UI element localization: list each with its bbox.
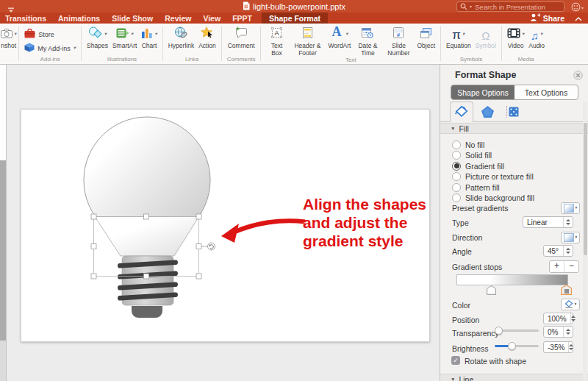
tab-slide-show[interactable]: Slide Show bbox=[110, 13, 155, 24]
add-stop-button[interactable]: + bbox=[550, 261, 564, 272]
radio-picture-texture-fill[interactable]: Picture or texture fill bbox=[452, 171, 534, 182]
radio-no-fill[interactable]: No fill bbox=[452, 140, 484, 150]
stepper-icon[interactable] bbox=[563, 327, 573, 337]
tab-fill-line[interactable] bbox=[450, 102, 473, 122]
fill-section-header[interactable]: ▼ Fill bbox=[440, 123, 588, 134]
title-bar: light-bulb-powerpoint.pptx ▾ ▾ bbox=[0, 0, 588, 13]
preset-gradients-label: Preset gradients bbox=[452, 203, 508, 213]
date-time-icon bbox=[362, 27, 373, 41]
stepper-icon[interactable] bbox=[563, 246, 573, 256]
tab-fppt[interactable]: FPPT bbox=[230, 13, 254, 24]
shape-options-tab[interactable]: Shape Options bbox=[451, 85, 514, 99]
chevron-down-icon: ▾ bbox=[522, 32, 524, 37]
size-layout-icon bbox=[506, 106, 520, 119]
type-dropdown[interactable]: Linear bbox=[523, 216, 573, 228]
shapes-button[interactable]: ▾ Shapes bbox=[87, 26, 108, 50]
tab-review[interactable]: Review bbox=[162, 13, 193, 24]
preset-gradients-dropdown[interactable]: ▾ bbox=[561, 202, 580, 214]
comment-icon bbox=[234, 26, 248, 41]
search-scope-caret-icon: ▾ bbox=[470, 4, 472, 9]
search-box[interactable]: ▾ bbox=[456, 1, 564, 12]
tab-size-properties[interactable] bbox=[501, 102, 524, 122]
stepper-icon[interactable] bbox=[570, 313, 576, 324]
my-addins-icon bbox=[24, 43, 35, 54]
close-icon[interactable] bbox=[573, 71, 583, 82]
direction-dropdown[interactable]: ▾ bbox=[561, 232, 580, 243]
tab-effects[interactable] bbox=[476, 102, 499, 122]
bulb-neck-trapezoid[interactable] bbox=[95, 217, 199, 257]
group-label-links: Links bbox=[185, 56, 199, 63]
collapse-ribbon-icon[interactable] bbox=[575, 14, 582, 23]
chevron-down-icon: ▾ bbox=[131, 32, 133, 37]
bulb-contact-cap[interactable] bbox=[132, 306, 162, 318]
position-label: Position bbox=[452, 315, 479, 325]
rotation-handle[interactable] bbox=[201, 243, 215, 250]
equation-button[interactable]: π▾ Equation bbox=[446, 26, 471, 50]
chevron-down-icon: ▾ bbox=[462, 32, 465, 37]
smartart-button[interactable]: ▾ SmartArt bbox=[112, 26, 137, 50]
gradient-stop-handle[interactable] bbox=[487, 285, 496, 295]
gradient-stops-bar[interactable] bbox=[456, 274, 568, 285]
tab-transitions[interactable]: Transitions bbox=[3, 13, 49, 24]
chart-button[interactable]: ▾ Chart bbox=[141, 26, 157, 50]
header-footer-button[interactable]: Header & Footer bbox=[291, 26, 323, 57]
audio-note-icon: ♫ bbox=[531, 30, 539, 41]
radio-pattern-fill[interactable]: Pattern fill bbox=[452, 182, 500, 193]
symbol-button-disabled: Ω Symbol bbox=[476, 26, 496, 50]
brightness-field[interactable]: -35% bbox=[543, 341, 573, 353]
search-input[interactable] bbox=[473, 2, 573, 12]
transparency-field[interactable]: 0% bbox=[543, 326, 573, 338]
search-icon bbox=[460, 0, 468, 13]
store-button[interactable]: Store bbox=[24, 29, 76, 40]
my-addins-button[interactable]: My Add-ins ▾ bbox=[24, 43, 76, 54]
radio-gradient-fill[interactable]: Gradient fill bbox=[452, 161, 504, 171]
remove-stop-button[interactable]: − bbox=[564, 261, 578, 272]
collapse-triangle-icon: ▼ bbox=[451, 126, 455, 131]
text-box-button[interactable]: A Text Box bbox=[266, 26, 287, 57]
hyperlink-button[interactable]: Hyperlink bbox=[168, 26, 194, 50]
audio-button[interactable]: ♫▾ Audio bbox=[528, 26, 545, 50]
comment-button[interactable]: Comment bbox=[228, 26, 255, 50]
wordart-button[interactable]: A▾ WordArt bbox=[328, 26, 351, 50]
tab-shape-format[interactable]: Shape Format bbox=[262, 13, 328, 24]
screenshot-button-partial[interactable]: ▾ nshot bbox=[1, 26, 16, 50]
chevron-down-icon: ▾ bbox=[14, 32, 16, 37]
object-button[interactable]: Object bbox=[417, 26, 435, 50]
options-segmented-control: Shape Options Text Options bbox=[451, 85, 578, 100]
gradient-stop-handle-selected[interactable] bbox=[561, 285, 572, 295]
color-dropdown[interactable]: ▾ bbox=[561, 299, 580, 310]
stepper-icon[interactable] bbox=[568, 342, 573, 352]
action-button[interactable]: Action bbox=[198, 26, 216, 50]
angle-field[interactable]: 45° bbox=[543, 245, 573, 257]
radio-solid-fill[interactable]: Solid fill bbox=[452, 150, 492, 160]
slide-canvas[interactable]: Align the shapes and adjust the gradient… bbox=[21, 109, 430, 342]
header-footer-icon bbox=[303, 27, 312, 41]
share-person-icon bbox=[530, 13, 540, 23]
annotation-arrow bbox=[221, 221, 305, 243]
scrollbar-thumb[interactable] bbox=[584, 123, 587, 255]
stepper-icon[interactable] bbox=[563, 217, 573, 227]
panel-scrollbar bbox=[583, 102, 587, 381]
direction-label: Direction bbox=[452, 232, 482, 243]
brightness-slider[interactable] bbox=[495, 342, 539, 350]
line-section-header[interactable]: ▼ Line bbox=[440, 374, 588, 381]
svg-text:A: A bbox=[274, 29, 279, 37]
group-label-comments: Comments bbox=[227, 56, 256, 63]
position-field[interactable]: 100% bbox=[543, 313, 573, 324]
editing-canvas: Align the shapes and adjust the gradient… bbox=[7, 65, 440, 381]
slide-number-button[interactable]: # Slide Number bbox=[384, 26, 412, 57]
text-options-tab[interactable]: Text Options bbox=[514, 85, 578, 99]
radio-slide-background-fill[interactable]: Slide background fill bbox=[452, 193, 534, 203]
transparency-slider[interactable] bbox=[495, 327, 539, 335]
tab-animations[interactable]: Animations bbox=[56, 13, 102, 24]
type-label: Type bbox=[452, 218, 469, 228]
date-time-button[interactable]: Date & Time bbox=[355, 26, 380, 57]
color-bucket-icon bbox=[564, 300, 573, 310]
collapse-triangle-icon: ▼ bbox=[451, 377, 455, 381]
document-icon bbox=[243, 1, 250, 12]
video-button[interactable]: ▾ Video bbox=[507, 26, 524, 50]
share-button[interactable]: Share bbox=[530, 13, 564, 23]
svg-text:#: # bbox=[397, 32, 401, 38]
tab-view[interactable]: View bbox=[201, 13, 223, 24]
rotate-with-shape-checkbox[interactable]: ✓ bbox=[451, 356, 460, 365]
